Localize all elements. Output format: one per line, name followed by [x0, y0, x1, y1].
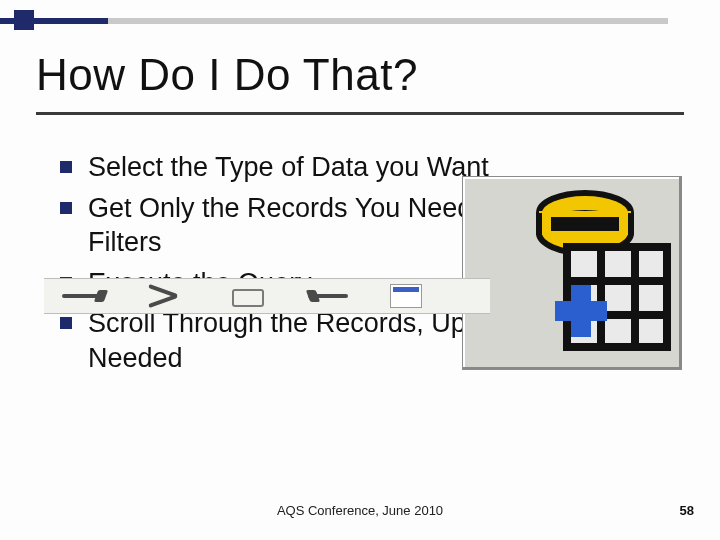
arrow-left-icon	[308, 287, 356, 305]
window-thumb-icon	[390, 284, 422, 308]
decorative-screenshot-panel	[462, 176, 682, 370]
footer-text: AQS Conference, June 2010	[0, 503, 720, 518]
toolbar-strip-overlay	[44, 278, 490, 314]
svg-rect-6	[551, 217, 619, 231]
arrow-right-icon	[62, 287, 110, 305]
cross-icon	[144, 287, 192, 305]
svg-rect-13	[571, 285, 591, 337]
header-accent	[0, 0, 108, 28]
title-underline	[36, 112, 684, 115]
page-number: 58	[680, 503, 694, 518]
box-icon	[226, 287, 274, 305]
slide-title: How Do I Do That?	[36, 50, 418, 100]
query-grid-icon	[523, 183, 673, 353]
